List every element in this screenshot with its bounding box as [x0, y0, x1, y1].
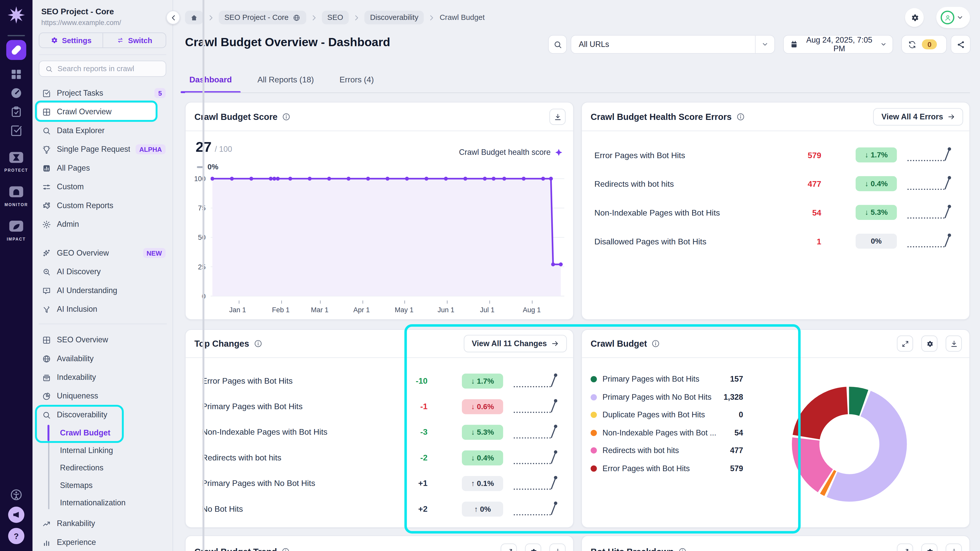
tab-errors-4[interactable]: Errors (4) [335, 71, 378, 93]
switch-button[interactable]: Switch [103, 33, 165, 48]
metric-row-error-pages-with-bot-hits[interactable]: Error Pages with Bot Hits-10↓ 1.7% [186, 368, 573, 393]
sidebar-item-sitemaps[interactable]: Sitemaps [32, 477, 173, 494]
clipboard-check-icon[interactable] [10, 105, 23, 119]
global-settings-button[interactable] [905, 8, 924, 27]
metric-row-redirects-with-bot-hits[interactable]: Redirects with bot hits477↓ 0.4% [582, 169, 969, 198]
chart-legend[interactable]: Crawl Budget health score [459, 148, 563, 157]
sidebar-item-internationalization[interactable]: Internationalization [32, 494, 173, 512]
sidebar-item-project-tasks[interactable]: Project Tasks5 [32, 84, 173, 102]
breadcrumb-discoverability[interactable]: Discoverability [364, 11, 424, 24]
sidebar-item-seo-overview[interactable]: SEO Overview [32, 330, 173, 349]
search-input[interactable] [57, 64, 160, 73]
tab-dashboard[interactable]: Dashboard [185, 71, 236, 93]
breadcrumb-seo[interactable]: SEO [321, 11, 348, 24]
sidebar-item-crawl-budget[interactable]: Crawl Budget [32, 424, 173, 442]
expand-button[interactable] [897, 335, 913, 352]
info-icon[interactable] [651, 339, 660, 348]
legend-item-redirects-with-bot-hits[interactable]: Redirects with bot hits477 [590, 441, 743, 459]
chart-settings-button[interactable] [921, 544, 938, 551]
trend-badge: ↓ 1.7% [856, 148, 897, 162]
legend-item-non-indexable-pages-with-bot[interactable]: Non-Indexable Pages with Bot ...54 [590, 424, 743, 442]
rail-protect-button[interactable]: PROTECT [0, 149, 32, 172]
sidebar-item-admin[interactable]: Admin [32, 215, 173, 233]
x-axis-tick [239, 300, 239, 303]
score-line-chart[interactable] [210, 176, 564, 299]
sidebar-item-custom-reports[interactable]: Custom Reports [32, 196, 173, 215]
legend-item-primary-pages-with-bot-hits[interactable]: Primary Pages with Bot Hits157 [590, 370, 743, 388]
sidebar-item-experience[interactable]: Experience [32, 533, 173, 551]
score-delta-value: 0% [207, 162, 218, 171]
x-axis-tick [447, 300, 447, 303]
legend-item-error-pages-with-bot-hits[interactable]: Error Pages with Bot Hits579 [590, 459, 743, 477]
metric-row-non-indexable-pages-with-bot-hits[interactable]: Non-Indexable Pages with Bot Hits-3↓ 5.3… [186, 419, 573, 445]
metric-row-redirects-with-bot-hits[interactable]: Redirects with bot hits-2↓ 0.4% [186, 445, 573, 470]
help-button[interactable]: ? [8, 528, 24, 544]
expand-button[interactable] [897, 544, 913, 551]
breadcrumb-home[interactable] [185, 11, 203, 24]
chart-settings-button[interactable] [921, 335, 938, 352]
accessibility-icon[interactable] [10, 488, 23, 502]
download-button[interactable] [549, 109, 566, 125]
sidebar-item-ai-inclusion[interactable]: AI Inclusion [32, 300, 173, 319]
sidebar-item-geo-overview[interactable]: GEO OverviewNEW [32, 244, 173, 262]
sidebar-item-label: Rankability [57, 519, 95, 528]
rail-monitor-button[interactable]: MONITOR [0, 183, 32, 207]
sidebar-item-rankability[interactable]: Rankability [32, 514, 173, 533]
rail-impact-button[interactable]: IMPACT [0, 218, 32, 241]
sidebar-item-uniqueness[interactable]: Uniqueness [32, 387, 173, 405]
metric-row-error-pages-with-bot-hits[interactable]: Error Pages with Bot Hits579↓ 1.7% [582, 141, 969, 169]
announcements-button[interactable] [8, 507, 24, 523]
sidebar-item-ai-understanding[interactable]: AI Understanding [32, 281, 173, 300]
sidebar-scrollbar[interactable] [202, 0, 204, 551]
sidebar-collapse-button[interactable] [166, 11, 180, 24]
refresh-icon [907, 40, 917, 49]
sidebar-item-discoverability[interactable]: Discoverability [32, 405, 173, 424]
metric-row-disallowed-pages-with-bot-hits[interactable]: Disallowed Pages with Bot Hits10% [582, 227, 969, 256]
breadcrumb-project[interactable]: SEO Project - Core [219, 11, 306, 24]
sidebar-item-availability[interactable]: Availability [32, 349, 173, 368]
sidebar-item-redirections[interactable]: Redirections [32, 459, 173, 477]
url-search-button[interactable] [548, 35, 567, 54]
info-icon[interactable] [736, 113, 745, 121]
info-icon[interactable] [282, 547, 290, 551]
metric-row-non-indexable-pages-with-bot-hits[interactable]: Non-Indexable Pages with Bot Hits54↓ 5.3… [582, 198, 969, 227]
metric-row-primary-pages-with-bot-hits[interactable]: Primary Pages with Bot Hits-1↓ 0.6% [186, 394, 573, 419]
sidebar-item-all-pages[interactable]: All Pages [32, 159, 173, 177]
download-icon [554, 113, 562, 121]
legend-item-duplicate-pages-with-bot-hits[interactable]: Duplicate Pages with Bot Hits0 [590, 406, 743, 424]
metric-row-primary-pages-with-no-bot-hits[interactable]: Primary Pages with No Bot Hits+1↑ 0.1% [186, 470, 573, 496]
view-all-changes-button[interactable]: View All 11 Changes [464, 335, 567, 353]
sidebar-item-indexability[interactable]: Indexability [32, 368, 173, 386]
share-button[interactable] [951, 35, 970, 54]
metric-row-no-bot-hits[interactable]: No Bot Hits+2↑ 0% [186, 496, 573, 521]
refresh-button[interactable]: 0 [901, 35, 947, 54]
download-button[interactable] [945, 335, 962, 352]
rail-crawler-app-button[interactable] [6, 40, 26, 60]
sidebar-item-internal-linking[interactable]: Internal Linking [32, 441, 173, 459]
account-menu-button[interactable] [936, 7, 970, 28]
url-filter-select[interactable]: All URLs [571, 35, 775, 54]
info-icon[interactable] [282, 113, 291, 121]
settings-button[interactable]: Settings [39, 33, 103, 48]
chart-settings-button[interactable] [525, 544, 541, 551]
download-button[interactable] [945, 544, 962, 551]
sidebar-item-ai-discovery[interactable]: AI Discovery [32, 262, 173, 281]
view-all-errors-button[interactable]: View All 4 Errors [873, 108, 963, 126]
info-icon[interactable] [678, 547, 687, 551]
sidebar-search[interactable] [39, 61, 166, 77]
info-icon[interactable] [253, 339, 262, 348]
apps-grid-icon[interactable] [10, 67, 23, 81]
legend-item-primary-pages-with-no-bot-hits[interactable]: Primary Pages with No Bot Hits1,328 [590, 388, 743, 406]
sidebar-item-data-explorer[interactable]: Data Explorer [32, 121, 173, 140]
check-square-icon[interactable] [10, 124, 23, 138]
sidebar-item-custom[interactable]: Custom [32, 178, 173, 196]
tab-all-reports-18[interactable]: All Reports (18) [253, 71, 318, 93]
download-button[interactable] [549, 544, 566, 551]
sidebar-item-crawl-overview[interactable]: Crawl Overview [32, 103, 173, 121]
sparkline-chart [906, 144, 956, 165]
expand-button[interactable] [501, 544, 517, 551]
donut-chart[interactable] [790, 385, 909, 503]
sidebar-item-single-page-requester[interactable]: Single Page RequesterALPHA [32, 140, 173, 159]
crawl-date-select[interactable]: Aug 24, 2025, 7:05 PM [783, 35, 893, 54]
gauge-icon[interactable] [10, 86, 23, 100]
